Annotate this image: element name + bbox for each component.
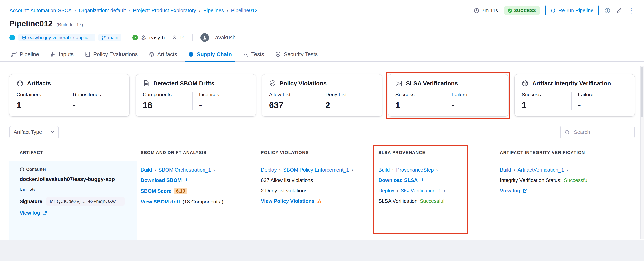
breadcrumb: Account: Automation-SSCA Organization: d… xyxy=(10,7,258,13)
stage-icon xyxy=(172,35,177,40)
view-sbom-drift-link[interactable]: View SBOM drift xyxy=(141,199,180,205)
artifact-type-label: Container xyxy=(26,167,46,172)
tab-tests[interactable]: Tests xyxy=(237,47,270,61)
stage-link[interactable]: Build xyxy=(500,167,511,173)
slsa-status-value: Successful xyxy=(420,198,444,204)
card-stats: Allow List 637 Deny List 2 xyxy=(269,92,375,110)
step-link[interactable]: SBOM Orchestration_1 xyxy=(158,167,211,173)
tab-label: Artifacts xyxy=(157,51,177,57)
card-stats: Success 1 Failure - xyxy=(522,92,628,110)
tab-policy-evaluations[interactable]: Policy Evaluations xyxy=(79,47,143,61)
artifact-type-dropdown[interactable]: Artifact Type xyxy=(10,126,59,138)
stat-label: Deny List xyxy=(325,92,375,98)
trigger-avatar-icon xyxy=(10,35,15,40)
sbom-score-link[interactable]: SBOM Score xyxy=(141,188,172,194)
step-link[interactable]: ArtifactVerification_1 xyxy=(518,167,564,173)
column-slsa-provenance: SLSA PROVENANCE Build ProvenanceStep Dow… xyxy=(374,150,496,240)
search-box xyxy=(560,126,634,138)
search-icon xyxy=(564,129,570,135)
stage-link[interactable]: Deploy xyxy=(261,167,277,173)
scrollbar-thumb[interactable] xyxy=(641,66,643,117)
download-slsa-link[interactable]: Download SLSA xyxy=(378,177,418,183)
card-sbom-drifts: Detected SBOM Drifts Components 18 Licen… xyxy=(136,74,256,116)
step-link[interactable]: SlsaVerification_1 xyxy=(401,188,441,194)
stat: Failure - xyxy=(571,92,628,110)
chevron-right-icon xyxy=(213,167,215,173)
stat-label: Repositories xyxy=(73,92,122,98)
sbom-cell: Build SBOM Orchestration_1 Download SBOM… xyxy=(137,161,257,240)
scrollbar[interactable] xyxy=(640,66,644,239)
rerun-pipeline-button[interactable]: Re-run Pipeline xyxy=(546,5,598,16)
more-options-icon[interactable] xyxy=(628,7,634,14)
view-log-link[interactable]: View log xyxy=(500,188,520,194)
artifact-image-name: docker.io/lavakush07/easy-buggy-app xyxy=(20,176,115,182)
breadcrumb-account[interactable]: Account: Automation-SSCA xyxy=(10,7,72,13)
step-breadcrumb: Build ProvenanceStep xyxy=(378,167,491,173)
tab-artifacts[interactable]: Artifacts xyxy=(143,47,182,61)
artifact-type-label: Artifact Type xyxy=(14,129,42,135)
artifact-type-chip: Container xyxy=(20,167,132,172)
view-log-link[interactable]: View log xyxy=(20,210,40,216)
summary-cards: Artifacts Containers 1 Repositories - De… xyxy=(10,74,634,116)
package-icon xyxy=(16,80,24,87)
tab-label: Supply Chain xyxy=(197,51,232,57)
breadcrumb-project[interactable]: Project: Product Exploratory xyxy=(133,7,196,13)
info-icon[interactable] xyxy=(604,8,610,13)
container-icon xyxy=(20,167,24,172)
card-title: Artifact Integrity Verification xyxy=(532,80,611,87)
artifact-cell: Container docker.io/lavakush07/easy-bugg… xyxy=(10,161,137,240)
pipeline-icon xyxy=(11,51,17,57)
edit-pencil-icon[interactable] xyxy=(616,8,622,13)
warning-triangle-icon xyxy=(317,199,322,204)
tab-label: Security Tests xyxy=(284,51,318,57)
stat-value: 1 xyxy=(395,100,445,110)
stat-value: - xyxy=(452,100,501,110)
breadcrumb-pipeline012[interactable]: Pipeline012 xyxy=(231,7,258,13)
card-header: SLSA Verifications xyxy=(395,80,501,87)
tab-inputs[interactable]: Inputs xyxy=(45,47,79,61)
stat-value: 1 xyxy=(522,100,571,110)
breadcrumb-pipelines[interactable]: Pipelines xyxy=(203,7,224,13)
chevron-right-icon xyxy=(566,167,568,173)
card-stats: Containers 1 Repositories - xyxy=(16,92,122,110)
external-link-icon xyxy=(523,188,528,193)
card-artifact-integrity: Artifact Integrity Verification Success … xyxy=(514,74,634,116)
tab-label: Pipeline xyxy=(20,51,39,57)
column-sbom: SBOM AND DRIFT ANALYSIS Build SBOM Orche… xyxy=(137,150,257,240)
view-policy-violations-link[interactable]: View Policy Violations xyxy=(261,198,314,204)
status-badge: SUCCESS xyxy=(504,6,540,15)
stat-value: 1 xyxy=(16,100,66,110)
card-title: Policy Violations xyxy=(280,80,327,87)
search-input[interactable] xyxy=(573,129,630,136)
column-integrity: ARTIFACT INTEGRITY VERIFICATION Build Ar… xyxy=(496,150,634,240)
step-link[interactable]: SBOM Policy Enforcement_1 xyxy=(283,167,349,173)
stage-link[interactable]: Build xyxy=(141,167,152,173)
branch-pill[interactable]: main xyxy=(98,34,122,41)
title-row: Pipeline012 (Build Id: 17) xyxy=(0,18,644,28)
tab-security-tests[interactable]: Security Tests xyxy=(270,47,323,61)
repository-pill[interactable]: easybuggy-vulnerable-applic... xyxy=(18,34,95,41)
artifact-tag: tag: v5 xyxy=(20,187,35,193)
column-header: SBOM AND DRIFT ANALYSIS xyxy=(137,150,257,161)
shield-icon xyxy=(188,51,194,57)
slsa-status-prefix: SLSA Verification xyxy=(378,198,418,204)
page-title: Pipeline012 xyxy=(10,19,52,28)
step-link[interactable]: ProvenanceStep xyxy=(396,167,434,173)
stage-link[interactable]: Build xyxy=(378,167,390,173)
stat: Success 1 xyxy=(395,92,445,110)
stat-label: Containers xyxy=(16,92,66,98)
clock-icon xyxy=(474,8,479,13)
stat-label: Failure xyxy=(452,92,501,98)
tab-supply-chain[interactable]: Supply Chain xyxy=(182,47,237,61)
download-icon xyxy=(420,178,425,183)
stat: Success 1 xyxy=(522,92,571,110)
external-link-icon xyxy=(42,211,47,215)
repository-name: easybuggy-vulnerable-applic... xyxy=(28,35,92,40)
integrity-cell: Build ArtifactVerification_1 Integrity V… xyxy=(496,161,634,240)
breadcrumb-organization[interactable]: Organization: default xyxy=(79,7,126,13)
stage-link[interactable]: Deploy xyxy=(378,188,394,194)
column-header: ARTIFACT xyxy=(10,150,137,161)
divider xyxy=(192,34,192,41)
download-sbom-link[interactable]: Download SBOM xyxy=(141,177,182,183)
tab-pipeline[interactable]: Pipeline xyxy=(6,47,45,61)
